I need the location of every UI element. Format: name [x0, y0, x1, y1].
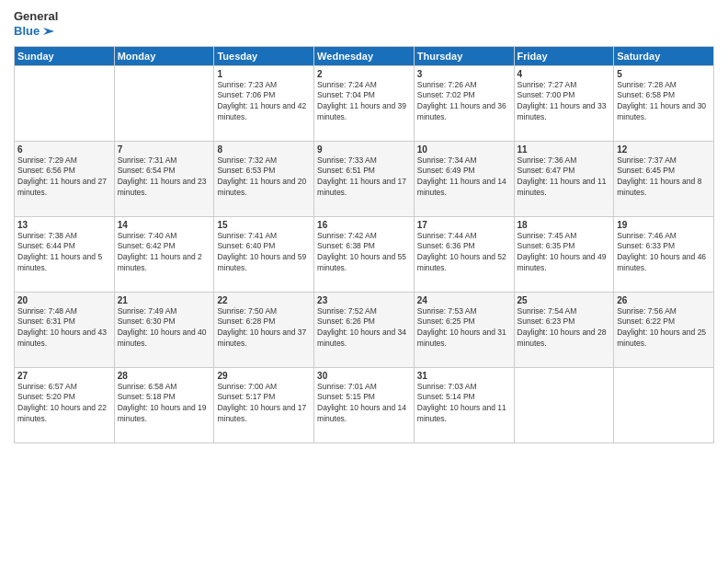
day-info: Sunrise: 7:40 AM Sunset: 6:42 PM Dayligh… [118, 231, 211, 275]
day-cell: 24Sunrise: 7:53 AM Sunset: 6:25 PM Dayli… [414, 292, 514, 367]
day-number: 9 [317, 144, 411, 155]
day-info: Sunrise: 7:01 AM Sunset: 5:15 PM Dayligh… [317, 382, 411, 426]
day-cell: 8Sunrise: 7:32 AM Sunset: 6:53 PM Daylig… [214, 141, 314, 216]
day-number: 2 [317, 69, 411, 79]
day-cell: 10Sunrise: 7:34 AM Sunset: 6:49 PM Dayli… [414, 141, 514, 216]
col-header-friday: Friday [514, 46, 614, 65]
logo-arrow-icon [41, 24, 56, 39]
day-cell: 25Sunrise: 7:54 AM Sunset: 6:23 PM Dayli… [514, 292, 614, 367]
day-cell: 17Sunrise: 7:44 AM Sunset: 6:36 PM Dayli… [414, 216, 514, 292]
day-cell: 30Sunrise: 7:01 AM Sunset: 5:15 PM Dayli… [314, 367, 415, 442]
day-cell [15, 65, 115, 141]
day-cell: 12Sunrise: 7:37 AM Sunset: 6:45 PM Dayli… [614, 141, 714, 216]
day-info: Sunrise: 7:37 AM Sunset: 6:45 PM Dayligh… [617, 155, 711, 200]
day-cell: 16Sunrise: 7:42 AM Sunset: 6:38 PM Dayli… [314, 216, 415, 292]
day-cell: 14Sunrise: 7:40 AM Sunset: 6:42 PM Dayli… [114, 216, 214, 292]
day-number: 29 [217, 371, 311, 381]
header-row: SundayMondayTuesdayWednesdayThursdayFrid… [15, 46, 714, 65]
day-number: 20 [17, 295, 111, 305]
day-info: Sunrise: 7:29 AM Sunset: 6:56 PM Dayligh… [17, 155, 111, 200]
day-info: Sunrise: 7:03 AM Sunset: 5:14 PM Dayligh… [417, 382, 511, 426]
day-info: Sunrise: 6:58 AM Sunset: 5:18 PM Dayligh… [118, 382, 211, 426]
day-info: Sunrise: 7:45 AM Sunset: 6:35 PM Dayligh… [518, 231, 611, 275]
day-cell: 6Sunrise: 7:29 AM Sunset: 6:56 PM Daylig… [15, 141, 115, 216]
day-cell: 20Sunrise: 7:48 AM Sunset: 6:31 PM Dayli… [15, 292, 115, 367]
day-number: 7 [118, 144, 211, 155]
day-cell: 26Sunrise: 7:56 AM Sunset: 6:22 PM Dayli… [614, 292, 714, 367]
day-cell: 23Sunrise: 7:52 AM Sunset: 6:26 PM Dayli… [314, 292, 415, 367]
day-number: 4 [518, 69, 611, 79]
col-header-saturday: Saturday [614, 46, 714, 65]
day-number: 23 [317, 295, 411, 305]
day-number: 13 [17, 220, 111, 230]
day-info: Sunrise: 7:52 AM Sunset: 6:26 PM Dayligh… [317, 306, 411, 350]
day-cell: 27Sunrise: 6:57 AM Sunset: 5:20 PM Dayli… [15, 367, 115, 442]
day-number: 18 [518, 220, 611, 230]
day-cell: 22Sunrise: 7:50 AM Sunset: 6:28 PM Dayli… [214, 292, 314, 367]
week-row-5: 27Sunrise: 6:57 AM Sunset: 5:20 PM Dayli… [15, 367, 714, 442]
day-info: Sunrise: 7:36 AM Sunset: 6:47 PM Dayligh… [518, 155, 611, 200]
day-number: 8 [217, 144, 311, 155]
week-row-1: 1Sunrise: 7:23 AM Sunset: 7:06 PM Daylig… [15, 65, 714, 141]
day-info: Sunrise: 7:44 AM Sunset: 6:36 PM Dayligh… [417, 231, 511, 275]
week-row-3: 13Sunrise: 7:38 AM Sunset: 6:44 PM Dayli… [15, 216, 714, 292]
day-info: Sunrise: 6:57 AM Sunset: 5:20 PM Dayligh… [17, 382, 111, 426]
day-cell [114, 65, 214, 141]
col-header-sunday: Sunday [15, 46, 115, 65]
day-number: 16 [317, 220, 411, 230]
logo-general: General [14, 9, 58, 24]
day-cell: 1Sunrise: 7:23 AM Sunset: 7:06 PM Daylig… [214, 65, 314, 141]
day-number: 6 [17, 144, 111, 155]
calendar-table: SundayMondayTuesdayWednesdayThursdayFrid… [14, 46, 714, 443]
day-info: Sunrise: 7:42 AM Sunset: 6:38 PM Dayligh… [317, 231, 411, 275]
logo-text: General Blue [14, 9, 58, 39]
day-info: Sunrise: 7:56 AM Sunset: 6:22 PM Dayligh… [617, 306, 711, 350]
day-number: 19 [617, 220, 711, 230]
day-cell: 18Sunrise: 7:45 AM Sunset: 6:35 PM Dayli… [514, 216, 614, 292]
day-info: Sunrise: 7:24 AM Sunset: 7:04 PM Dayligh… [317, 80, 411, 124]
day-cell [514, 367, 614, 442]
day-info: Sunrise: 7:28 AM Sunset: 6:58 PM Dayligh… [617, 80, 711, 124]
day-number: 11 [518, 144, 611, 155]
svg-marker-0 [43, 28, 54, 35]
col-header-monday: Monday [114, 46, 214, 65]
day-cell: 15Sunrise: 7:41 AM Sunset: 6:40 PM Dayli… [214, 216, 314, 292]
logo-blue: Blue [14, 24, 56, 39]
day-number: 5 [617, 69, 711, 79]
day-number: 21 [118, 295, 211, 305]
day-number: 1 [217, 69, 311, 79]
header: General Blue [14, 9, 714, 39]
day-cell: 13Sunrise: 7:38 AM Sunset: 6:44 PM Dayli… [15, 216, 115, 292]
day-number: 12 [617, 144, 711, 155]
day-number: 25 [518, 295, 611, 305]
day-info: Sunrise: 7:33 AM Sunset: 6:51 PM Dayligh… [317, 155, 411, 200]
day-cell: 5Sunrise: 7:28 AM Sunset: 6:58 PM Daylig… [614, 65, 714, 141]
day-info: Sunrise: 7:38 AM Sunset: 6:44 PM Dayligh… [17, 231, 111, 275]
day-cell: 9Sunrise: 7:33 AM Sunset: 6:51 PM Daylig… [314, 141, 415, 216]
day-info: Sunrise: 7:54 AM Sunset: 6:23 PM Dayligh… [518, 306, 611, 350]
day-info: Sunrise: 7:41 AM Sunset: 6:40 PM Dayligh… [217, 231, 311, 275]
day-info: Sunrise: 7:48 AM Sunset: 6:31 PM Dayligh… [17, 306, 111, 350]
day-number: 3 [417, 69, 511, 79]
day-cell: 19Sunrise: 7:46 AM Sunset: 6:33 PM Dayli… [614, 216, 714, 292]
day-number: 27 [17, 371, 111, 381]
week-row-4: 20Sunrise: 7:48 AM Sunset: 6:31 PM Dayli… [15, 292, 714, 367]
day-cell: 21Sunrise: 7:49 AM Sunset: 6:30 PM Dayli… [114, 292, 214, 367]
day-info: Sunrise: 7:50 AM Sunset: 6:28 PM Dayligh… [217, 306, 311, 350]
col-header-tuesday: Tuesday [214, 46, 314, 65]
day-info: Sunrise: 7:00 AM Sunset: 5:17 PM Dayligh… [217, 382, 311, 426]
col-header-wednesday: Wednesday [314, 46, 415, 65]
day-number: 17 [417, 220, 511, 230]
page: General Blue SundayMondayTuesdayWednesda… [0, 0, 728, 563]
day-number: 24 [417, 295, 511, 305]
day-info: Sunrise: 7:49 AM Sunset: 6:30 PM Dayligh… [118, 306, 211, 350]
day-cell [614, 367, 714, 442]
day-info: Sunrise: 7:26 AM Sunset: 7:02 PM Dayligh… [417, 80, 511, 124]
day-cell: 28Sunrise: 6:58 AM Sunset: 5:18 PM Dayli… [114, 367, 214, 442]
day-number: 26 [617, 295, 711, 305]
day-number: 15 [217, 220, 311, 230]
day-number: 28 [118, 371, 211, 381]
day-info: Sunrise: 7:53 AM Sunset: 6:25 PM Dayligh… [417, 306, 511, 350]
day-number: 14 [118, 220, 211, 230]
col-header-thursday: Thursday [414, 46, 514, 65]
